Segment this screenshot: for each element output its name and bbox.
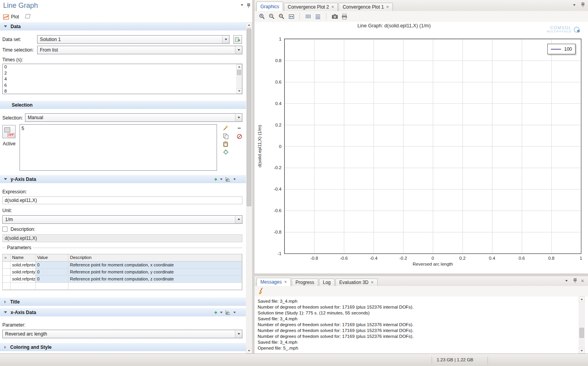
expression-input[interactable]: d(solid.epl11,X)	[2, 196, 242, 204]
param-value-cell[interactable]: 0	[36, 262, 68, 269]
selection-entities-listbox[interactable]: 5	[20, 124, 217, 171]
pin-icon[interactable]	[573, 278, 577, 283]
chevron-down-icon[interactable]	[220, 179, 222, 180]
chevron-down-icon[interactable]	[222, 36, 229, 43]
panel-menu-chevron-down-icon[interactable]	[241, 6, 243, 11]
scroll-up-icon[interactable]	[246, 22, 252, 28]
print-icon[interactable]	[341, 13, 348, 20]
scroll-up-icon[interactable]	[236, 64, 242, 70]
param-name-cell[interactable]: solid.refpntx	[11, 262, 36, 269]
list-item[interactable]: 6	[3, 82, 242, 89]
chevron-down-icon[interactable]	[233, 312, 236, 313]
camera-snapshot-icon[interactable]	[331, 13, 338, 20]
scrollbar-thumb[interactable]	[579, 328, 584, 338]
list-item[interactable]: 8	[3, 88, 242, 95]
messages-scrollbar[interactable]	[579, 296, 585, 354]
close-tab-icon[interactable]: ×	[371, 280, 374, 284]
scroll-down-icon[interactable]	[236, 88, 242, 94]
add-expression-icon[interactable]: +	[214, 310, 217, 315]
section-header-coloring-style[interactable]: Coloring and Style	[0, 343, 246, 351]
replace-expression-plot-icon[interactable]	[225, 310, 231, 315]
zoom-in-icon[interactable]	[258, 13, 265, 20]
param-value-cell[interactable]: 0	[36, 269, 68, 276]
unit-select[interactable]: 1/m	[2, 215, 242, 224]
close-tab-icon[interactable]: ×	[331, 5, 334, 9]
active-toggle-button[interactable]: OFF	[2, 125, 16, 138]
chevron-down-icon[interactable]	[573, 4, 575, 6]
param-name-cell[interactable]	[11, 283, 36, 290]
chevron-down-icon[interactable]	[235, 114, 242, 121]
plot-button[interactable]: Plot	[3, 14, 19, 20]
table-row-empty[interactable]	[3, 283, 242, 290]
table-row[interactable]: solid.refpntz 0 Reference point for mome…	[3, 276, 242, 283]
zoom-extents-icon[interactable]	[288, 13, 295, 20]
chevron-down-icon[interactable]	[565, 280, 568, 282]
section-header-y-axis-data[interactable]: y-Axis Data +	[0, 175, 246, 183]
pin-icon[interactable]	[581, 2, 585, 7]
grid-vertical-icon[interactable]	[305, 13, 312, 20]
list-item[interactable]: 0	[3, 64, 242, 70]
tab-graphics[interactable]: Graphics	[256, 2, 283, 11]
tab-progress[interactable]: Progress	[292, 279, 318, 286]
list-item[interactable]: 2	[3, 70, 242, 77]
times-scrollbar[interactable]	[236, 64, 242, 94]
selection-select[interactable]: Manual	[25, 113, 242, 122]
tab-messages[interactable]: Messages ×	[256, 278, 291, 286]
plot-in-window-icon[interactable]	[25, 14, 31, 20]
close-panel-icon[interactable]: ×	[581, 279, 584, 283]
chevron-down-icon[interactable]	[235, 46, 242, 54]
scrollbar-thumb[interactable]	[247, 29, 251, 206]
clear-log-broom-icon[interactable]	[258, 287, 265, 295]
chevron-down-icon[interactable]	[220, 312, 222, 313]
param-name-cell[interactable]: solid.refpnty	[11, 269, 36, 276]
chevron-down-icon[interactable]	[233, 179, 236, 180]
parameter-select[interactable]: Reversed arc length	[2, 330, 242, 338]
create-selection-wand-icon[interactable]	[222, 124, 229, 131]
grid-horizontal-icon[interactable]	[314, 13, 321, 20]
table-row[interactable]: solid.refpnty 0 Reference point for mome…	[3, 269, 242, 276]
list-item[interactable]: 4	[3, 76, 242, 82]
scroll-down-icon[interactable]	[579, 348, 585, 354]
chevron-down-icon[interactable]	[235, 330, 242, 338]
param-description-cell[interactable]: Reference point for moment computation, …	[68, 269, 242, 276]
replace-expression-plot-icon[interactable]	[225, 177, 231, 182]
section-header-data[interactable]: Data	[0, 22, 246, 30]
time-selection-select[interactable]: From list	[37, 46, 242, 54]
tab-evaluation-3d[interactable]: Evaluation 3D ×	[335, 279, 378, 286]
zoom-out-icon[interactable]	[268, 13, 275, 20]
remove-from-selection-icon[interactable]: −	[236, 124, 243, 131]
copy-selection-icon[interactable]	[222, 133, 229, 140]
dataset-select[interactable]: Solution 1	[37, 35, 229, 44]
add-expression-icon[interactable]: +	[214, 177, 217, 182]
close-tab-icon[interactable]: ×	[386, 5, 389, 9]
section-header-x-axis-data[interactable]: x-Axis Data +	[0, 308, 246, 316]
section-header-title[interactable]: Title	[0, 298, 246, 306]
scrollbar-thumb[interactable]	[237, 70, 241, 75]
clear-selection-icon[interactable]	[236, 133, 243, 140]
chevron-down-icon[interactable]	[235, 216, 242, 223]
scroll-up-icon[interactable]	[579, 296, 585, 302]
description-checkbox[interactable]	[2, 227, 7, 232]
tab-convergence-plot-1[interactable]: Convergence Plot 1 ×	[339, 3, 393, 11]
log-output[interactable]: Saved file: 3_4.mph Number of degrees of…	[255, 296, 578, 354]
settings-scrollbar[interactable]	[246, 22, 252, 354]
param-description-cell[interactable]	[68, 283, 242, 290]
close-tab-icon[interactable]: ×	[284, 280, 287, 284]
zoom-box-icon[interactable]	[278, 13, 285, 20]
zoom-to-selection-icon[interactable]	[222, 148, 229, 155]
tab-log[interactable]: Log	[319, 279, 335, 286]
tab-convergence-plot-2[interactable]: Convergence Plot 2 ×	[284, 3, 338, 11]
pin-icon[interactable]	[247, 3, 251, 9]
param-value-cell[interactable]: 0	[36, 276, 68, 283]
table-row[interactable]: solid.refpntx 0 Reference point for mome…	[3, 262, 242, 269]
list-item[interactable]: 5	[20, 125, 217, 132]
scroll-down-icon[interactable]	[246, 348, 252, 354]
param-value-cell[interactable]	[36, 283, 68, 290]
times-listbox[interactable]: 0 2 4 6 8	[2, 64, 242, 94]
param-name-cell[interactable]: solid.refpntz	[11, 276, 36, 283]
paste-selection-icon[interactable]	[222, 141, 229, 148]
go-to-source-button[interactable]	[233, 35, 242, 44]
param-description-cell[interactable]: Reference point for moment computation, …	[68, 262, 242, 269]
plot-axes[interactable]: 1 0.8 0.6 0.4 0.2 0 -0.2 -0.4 -0.6 -0.8 …	[284, 39, 581, 254]
param-description-cell[interactable]: Reference point for moment computation, …	[68, 276, 242, 283]
